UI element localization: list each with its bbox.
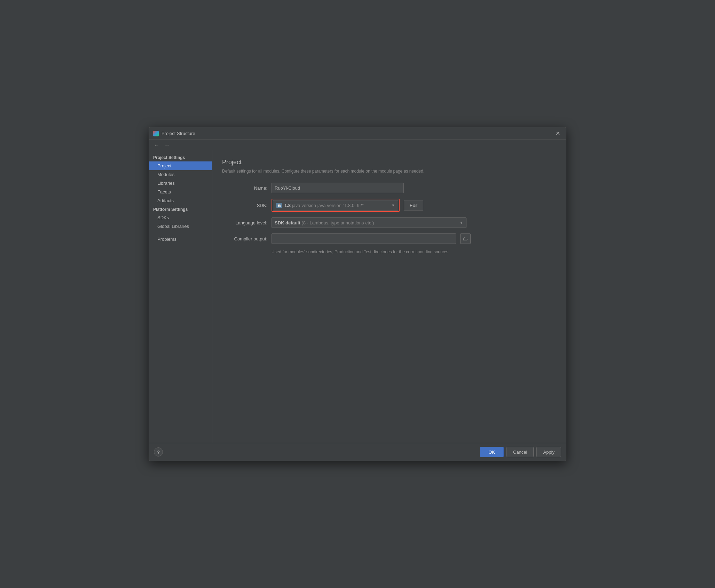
language-level-dropdown[interactable]: SDK default (8 - Lambdas, type annotatio… [272,217,466,228]
project-settings-section-label: Project Settings [149,153,212,161]
title-bar: Project Structure ✕ [149,127,566,140]
platform-settings-section-label: Platform Settings [149,205,212,213]
sdk-select-text: 1.8 java version java version "1.8.0_92" [284,203,389,208]
name-label: Name: [222,185,267,191]
bottom-actions: OK Cancel Apply [480,447,561,457]
cancel-button[interactable]: Cancel [506,447,534,457]
forward-button[interactable]: → [163,141,171,149]
sdk-edit-button[interactable]: Edit [404,200,423,210]
dialog-title: Project Structure [162,131,551,136]
compiler-output-folder-button[interactable]: 🗁 [460,233,471,244]
compiler-output-label: Compiler output: [222,236,267,241]
compiler-help-text: Used for modules' subdirectories, Produc… [272,249,556,254]
sdk-dropdown[interactable]: ☕ 1.8 java version java version "1.8.0_9… [273,200,398,210]
folder-icon: 🗁 [463,236,468,241]
name-input[interactable] [272,183,404,193]
sidebar-item-facets[interactable]: Facets [149,188,212,196]
nav-bar: ← → [149,140,566,150]
section-desc: Default settings for all modules. Config… [222,168,556,174]
apply-button[interactable]: Apply [536,447,561,457]
sidebar-item-libraries[interactable]: Libraries [149,179,212,188]
sdk-row: SDK: ☕ 1.8 java version java version "1.… [222,199,556,212]
sidebar-item-global-libraries[interactable]: Global Libraries [149,222,212,231]
language-level-text: SDK default (8 - Lambdas, type annotatio… [275,220,457,225]
sidebar-item-modules[interactable]: Modules [149,170,212,179]
compiler-output-row: Compiler output: 🗁 [222,233,556,244]
language-level-label: Language level: [222,220,267,225]
language-level-row: Language level: SDK default (8 - Lambdas… [222,217,556,228]
back-button[interactable]: ← [152,141,161,149]
compiler-output-input[interactable] [272,233,456,244]
project-structure-dialog: Project Structure ✕ ← → Project Settings… [149,127,566,461]
sidebar: Project Settings Project Modules Librari… [149,150,212,443]
sdk-label: SDK: [222,203,267,208]
section-title: Project [222,159,556,166]
content-area: Project Settings Project Modules Librari… [149,150,566,443]
app-icon [153,131,159,136]
close-button[interactable]: ✕ [553,129,562,138]
name-row: Name: [222,183,556,193]
sidebar-item-problems[interactable]: Problems [149,235,212,244]
ok-button[interactable]: OK [480,447,504,457]
sidebar-item-project[interactable]: Project [149,161,212,170]
sidebar-item-sdks[interactable]: SDKs [149,213,212,222]
bottom-bar: ? OK Cancel Apply [149,443,566,461]
main-panel: Project Default settings for all modules… [212,150,566,443]
sdk-dropdown-arrow: ▼ [391,203,395,207]
sidebar-item-artifacts[interactable]: Artifacts [149,196,212,205]
sdk-highlight-box: ☕ 1.8 java version java version "1.8.0_9… [272,199,400,212]
sdk-icon: ☕ [276,203,282,208]
help-button[interactable]: ? [154,447,163,456]
language-level-dropdown-arrow: ▼ [459,221,463,225]
